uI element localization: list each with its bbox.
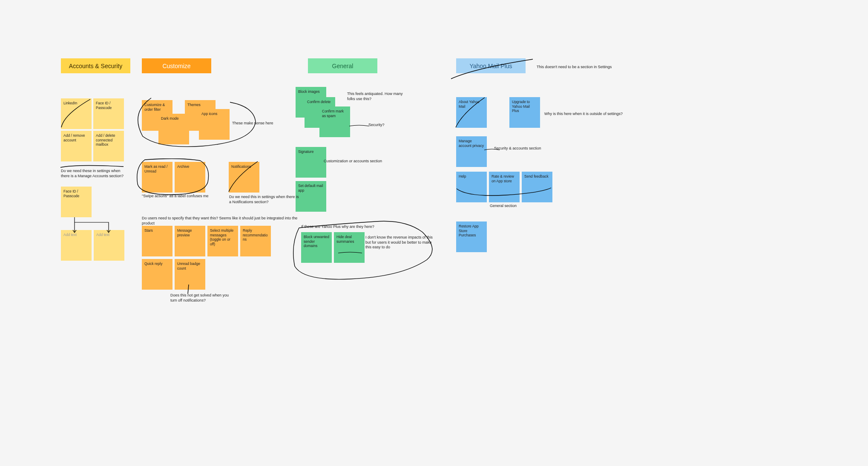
- note-add-text-1[interactable]: Add text: [61, 230, 92, 261]
- note-send-feedback[interactable]: Send feedback: [522, 172, 552, 202]
- annotation-integrated: Do users need to specify that they want …: [142, 216, 299, 226]
- annotation-general-section: General section: [490, 204, 541, 209]
- annotation-revenue-impacts: I don't know the revenue impacts of this…: [365, 235, 434, 250]
- note-restore-purchases[interactable]: Restore App Store Purchases: [456, 221, 487, 252]
- annotation-customization-accounts: Customization or accounts section: [324, 159, 400, 164]
- note-add-delete-mailbox[interactable]: Add / delete connected mailbox: [93, 131, 124, 161]
- scribble-spam-security: [348, 124, 370, 128]
- note-add-remove-account[interactable]: Add / remove account: [61, 131, 92, 161]
- note-manage-account-privacy[interactable]: Manage account privacy: [456, 136, 487, 167]
- note-faceid-passcode-1[interactable]: Face ID / Passcode: [93, 98, 124, 129]
- note-add-text-2[interactable]: Add text: [94, 230, 124, 261]
- annotation-security-accounts: Security & accounts section: [494, 146, 562, 151]
- annotation-no-settings-section: This doesn't need to be a section in Set…: [537, 65, 622, 70]
- header-yahoo-mail-plus[interactable]: Yahoo Mail Plus: [456, 58, 526, 73]
- annotation-turn-off-notifications: Does this not get solved when you turn o…: [170, 293, 234, 303]
- annotation-make-sense: These make sense here: [232, 121, 283, 126]
- annotation-security-q: Security?: [368, 123, 402, 128]
- note-faceid-passcode-2[interactable]: Face ID / Passcode: [61, 187, 92, 217]
- note-upgrade-ymp[interactable]: Upgrade to Yahoo Mail Plus: [509, 97, 540, 128]
- note-select-multiple[interactable]: Select multiple messages (toggle on or o…: [207, 226, 238, 256]
- annotation-outside-settings: Why is this here when it is outside of s…: [544, 112, 629, 117]
- note-block-unwanted-senders[interactable]: Block unwanted sender domains: [301, 232, 332, 263]
- note-message-preview[interactable]: Message preview: [175, 226, 205, 256]
- note-hide-deal-summaries[interactable]: Hide deal summaries: [334, 232, 365, 263]
- annotation-yahoo-plus-here: If these are Yahoo Plus why are they her…: [301, 224, 386, 230]
- header-accounts-security[interactable]: Accounts & Security: [61, 58, 130, 73]
- note-confirm-mark-spam[interactable]: Confirm mark as spam: [319, 106, 350, 137]
- note-about-yahoo-mail[interactable]: About Yahoo Mail: [456, 97, 487, 128]
- note-unread-badge-count[interactable]: Unread badge count: [175, 259, 205, 290]
- header-general[interactable]: General: [308, 58, 377, 73]
- header-customize[interactable]: Customize: [142, 58, 211, 73]
- note-help[interactable]: Help: [456, 172, 487, 202]
- annotation-notifications-section: Do we need this in settings when there i…: [229, 195, 302, 204]
- annotation-swipe-actions: "Swipe actions" as a label confuses me: [142, 194, 227, 199]
- annotation-manage-accounts: Do we need these in settings when there …: [61, 169, 129, 178]
- note-dark-mode[interactable]: Dark mode: [158, 114, 189, 144]
- note-reply-recommendations[interactable]: Reply recommendations: [240, 226, 271, 256]
- note-linkedin[interactable]: LinkedIn: [61, 98, 92, 129]
- affinity-canvas[interactable]: Accounts & Security Customize General Ya…: [0, 0, 868, 466]
- note-quick-reply[interactable]: Quick reply: [142, 259, 172, 290]
- note-rate-review[interactable]: Rate & review on App store: [489, 172, 520, 202]
- note-signature[interactable]: Signature: [296, 147, 326, 178]
- note-stars[interactable]: Stars: [142, 226, 172, 256]
- note-app-icons[interactable]: App icons: [199, 109, 230, 140]
- note-archive[interactable]: Archive: [175, 162, 205, 193]
- note-notifications[interactable]: Notifications: [229, 162, 259, 193]
- annotation-antiquated: This feels antiquated. How many folks us…: [347, 92, 407, 101]
- note-mark-read-unread[interactable]: Mark as read / Unread: [142, 162, 172, 193]
